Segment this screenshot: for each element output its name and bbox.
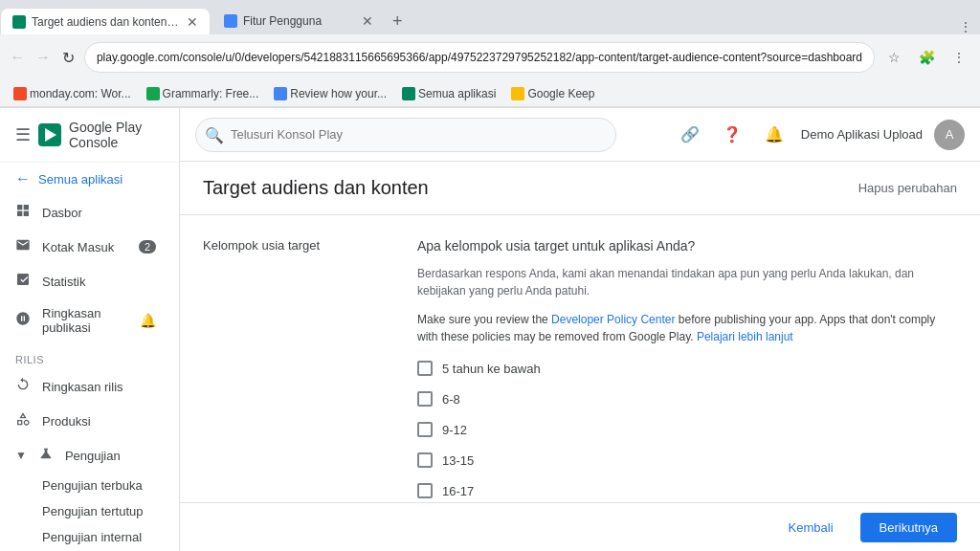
play-logo [38, 123, 61, 146]
dasbor-label: Dasbor [42, 206, 156, 220]
produksi-icon [15, 411, 31, 430]
sidebar-item-produksi[interactable]: Produksi [0, 404, 171, 438]
bookmark-favicon-review [274, 87, 287, 100]
forward-button[interactable]: → [33, 44, 54, 71]
bookmarks-bar: monday.com: Wor... Grammarly: Free... Re… [0, 80, 980, 107]
sidebar-sub-pengujian-terbuka[interactable]: Pengujian terbuka [0, 473, 179, 498]
pengujian-terbuka-label: Pengujian terbuka [42, 478, 143, 493]
sidebar-sub-pengujian-tertutup[interactable]: Pengujian tertutup [0, 498, 179, 524]
left-col-label: Kelompok usia target [203, 238, 394, 253]
age-option-16-17[interactable]: 16-17 [417, 483, 957, 498]
new-tab-button[interactable]: + [385, 8, 411, 34]
checkbox-box-13-15[interactable] [417, 452, 433, 468]
sidebar-item-pengujian[interactable]: ▼ Pengujian [0, 438, 171, 473]
tab-active[interactable]: Target audiens dan konten | D... ✕ [0, 8, 211, 34]
pengujian-internal-label: Pengujian internal [42, 530, 142, 544]
checkbox-label-16-17: 16-17 [442, 484, 474, 498]
sidebar-sub-pengujian-internal[interactable]: Pengujian internal [0, 524, 179, 550]
tab-close-active[interactable]: ✕ [187, 14, 198, 30]
bookmark-gkeep[interactable]: Google Keep [505, 85, 600, 102]
right-column: Apa kelompok usia target untuk aplikasi … [417, 238, 957, 479]
tab-favicon [12, 15, 26, 29]
age-option-5-bawah[interactable]: 5 tahun ke bawah [417, 361, 957, 376]
kembali-button[interactable]: Kembali [773, 513, 849, 542]
kotak-masuk-icon [15, 237, 31, 256]
main-header: Target audiens dan konten Hapus perubaha… [180, 162, 980, 215]
pengujian-icon [38, 446, 54, 465]
user-avatar[interactable]: A [934, 120, 965, 150]
berikutnya-button[interactable]: Berikutnya [860, 513, 957, 542]
more-options-icon[interactable]: ⋮ [946, 44, 972, 71]
policy-link[interactable]: Developer Policy Center [551, 313, 675, 326]
ringkasan-publikasi-extra-icon: 🔔 [140, 313, 156, 328]
bookmark-grammarly[interactable]: Grammarly: Free... [141, 85, 265, 102]
age-option-13-15[interactable]: 13-15 [417, 452, 957, 468]
browser-chrome: Target audiens dan konten | D... ✕ Fitur… [0, 0, 980, 108]
checkbox-box-6-8[interactable] [417, 391, 433, 407]
statistik-icon [15, 272, 31, 291]
content-area: Kelompok usia target Apa kelompok usia t… [180, 215, 980, 502]
back-button[interactable]: ← [8, 44, 28, 71]
kotak-masuk-label: Kotak Masuk [42, 240, 127, 254]
age-option-9-12[interactable]: 9-12 [417, 422, 957, 437]
pengujian-label: Pengujian [65, 449, 156, 463]
back-link-label: Semua aplikasi [38, 172, 122, 187]
checkbox-box-5-bawah[interactable] [417, 361, 433, 376]
app-topbar: 🔍 🔗 ❓ 🔔 Demo Aplikasi Upload A [180, 108, 980, 162]
kotak-masuk-badge: 2 [139, 240, 156, 253]
sidebar-menu-icon[interactable]: ☰ [15, 124, 31, 145]
notification-icon[interactable]: 🔔 [759, 120, 790, 150]
sidebar-item-ringkasan-rilis[interactable]: Ringkasan rilis [0, 369, 171, 404]
bookmark-label-gkeep: Google Keep [527, 87, 594, 100]
bookmark-label-grammarly: Grammarly: Free... [163, 87, 259, 100]
sidebar-section-rilis: Rilis [0, 342, 179, 369]
address-bar[interactable]: play.google.com/console/u/0/developers/5… [84, 42, 875, 73]
tab-extra-controls: ⋮ [959, 19, 980, 34]
checkbox-box-9-12[interactable] [417, 422, 433, 437]
main-content: 🔍 🔗 ❓ 🔔 Demo Aplikasi Upload A Target au… [180, 108, 980, 551]
tab-favicon-2 [224, 14, 237, 28]
policy-before: Make sure you review the [417, 313, 551, 326]
pengujian-tertutup-label: Pengujian tertutup [42, 504, 144, 518]
bookmark-favicon-monday [13, 87, 27, 100]
link-icon[interactable]: 🔗 [675, 120, 705, 150]
svg-rect-3 [24, 211, 29, 216]
checkbox-label-9-12: 9-12 [442, 423, 467, 437]
tab-close-inactive[interactable]: ✕ [362, 13, 373, 29]
bookmark-semua[interactable]: Semua aplikasi [396, 85, 501, 102]
sidebar-header: ☰ Google Play Console [0, 108, 179, 163]
learn-more-link[interactable]: Pelajari lebih lanjut [697, 330, 793, 343]
browser-toolbar: ← → ↻ play.google.com/console/u/0/develo… [0, 34, 980, 80]
policy-text: Make sure you review the Developer Polic… [417, 311, 957, 345]
sidebar-item-statistik[interactable]: Statistik [0, 264, 171, 298]
extensions-icon[interactable]: 🧩 [913, 44, 940, 71]
sidebar-back-link[interactable]: ← Semua aplikasi [0, 163, 179, 195]
bookmark-review[interactable]: Review how your... [268, 85, 392, 102]
sidebar-item-dasbor[interactable]: Dasbor [0, 195, 171, 230]
sidebar-item-kotak-masuk[interactable]: Kotak Masuk 2 [0, 230, 171, 264]
dasbor-icon [15, 203, 31, 222]
bookmark-star-icon[interactable]: ☆ [880, 44, 907, 71]
search-input[interactable] [195, 118, 616, 152]
checkbox-box-16-17[interactable] [417, 483, 433, 498]
app-container: ☰ Google Play Console ← Semua aplikasi D… [0, 108, 980, 551]
page-title: Target audiens dan konten [203, 177, 429, 199]
age-option-6-8[interactable]: 6-8 [417, 391, 957, 407]
bookmark-favicon-gkeep [511, 87, 524, 100]
tab-inactive[interactable]: Fitur Pengguna ✕ [212, 8, 385, 34]
sidebar-item-ringkasan-publikasi[interactable]: Ringkasan publikasi 🔔 [0, 298, 171, 342]
age-checkbox-group: 5 tahun ke bawah6-89-1213-1516-17✓18 tah… [417, 361, 957, 502]
sidebar-app-title: Google Play Console [69, 120, 164, 150]
bookmark-favicon-grammarly [146, 87, 160, 100]
description-text: Berdasarkan respons Anda, kami akan mena… [417, 265, 957, 299]
help-icon[interactable]: ❓ [717, 120, 747, 150]
ringkasan-rilis-label: Ringkasan rilis [42, 380, 156, 394]
back-arrow-icon: ← [15, 170, 31, 187]
search-wrapper: 🔍 [195, 118, 616, 152]
ringkasan-publikasi-label: Ringkasan publikasi [42, 306, 128, 335]
reload-button[interactable]: ↻ [58, 44, 78, 71]
hapus-perubahan-button[interactable]: Hapus perubahan [858, 181, 957, 195]
bookmark-monday[interactable]: monday.com: Wor... [8, 85, 137, 102]
demo-label: Demo Aplikasi Upload [801, 127, 923, 142]
question-text: Apa kelompok usia target untuk aplikasi … [417, 238, 957, 253]
